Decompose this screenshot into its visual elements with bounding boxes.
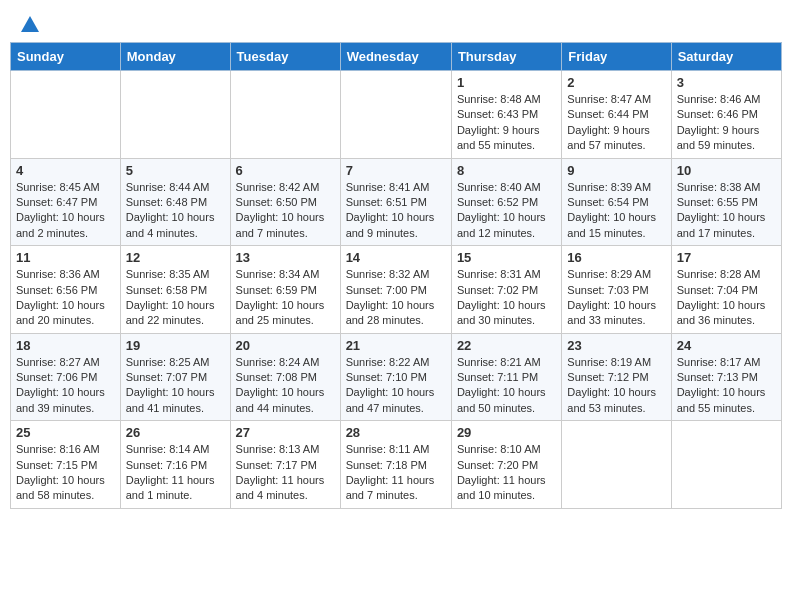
day-number: 6 [236, 163, 335, 178]
calendar-cell: 7Sunrise: 8:41 AM Sunset: 6:51 PM Daylig… [340, 158, 451, 246]
day-number: 16 [567, 250, 665, 265]
day-number: 3 [677, 75, 776, 90]
calendar-cell: 29Sunrise: 8:10 AM Sunset: 7:20 PM Dayli… [451, 421, 561, 509]
day-info: Sunrise: 8:25 AM Sunset: 7:07 PM Dayligh… [126, 355, 225, 417]
calendar-cell [230, 71, 340, 159]
calendar-cell: 19Sunrise: 8:25 AM Sunset: 7:07 PM Dayli… [120, 333, 230, 421]
day-number: 21 [346, 338, 446, 353]
day-header-monday: Monday [120, 43, 230, 71]
calendar-cell: 4Sunrise: 8:45 AM Sunset: 6:47 PM Daylig… [11, 158, 121, 246]
day-number: 19 [126, 338, 225, 353]
calendar-cell: 6Sunrise: 8:42 AM Sunset: 6:50 PM Daylig… [230, 158, 340, 246]
day-number: 5 [126, 163, 225, 178]
calendar-week-4: 18Sunrise: 8:27 AM Sunset: 7:06 PM Dayli… [11, 333, 782, 421]
day-info: Sunrise: 8:39 AM Sunset: 6:54 PM Dayligh… [567, 180, 665, 242]
day-number: 27 [236, 425, 335, 440]
calendar-cell: 22Sunrise: 8:21 AM Sunset: 7:11 PM Dayli… [451, 333, 561, 421]
day-number: 1 [457, 75, 556, 90]
calendar-cell: 8Sunrise: 8:40 AM Sunset: 6:52 PM Daylig… [451, 158, 561, 246]
day-info: Sunrise: 8:46 AM Sunset: 6:46 PM Dayligh… [677, 92, 776, 154]
day-number: 9 [567, 163, 665, 178]
calendar-cell: 26Sunrise: 8:14 AM Sunset: 7:16 PM Dayli… [120, 421, 230, 509]
day-number: 15 [457, 250, 556, 265]
calendar-cell: 17Sunrise: 8:28 AM Sunset: 7:04 PM Dayli… [671, 246, 781, 334]
calendar-cell: 14Sunrise: 8:32 AM Sunset: 7:00 PM Dayli… [340, 246, 451, 334]
day-info: Sunrise: 8:40 AM Sunset: 6:52 PM Dayligh… [457, 180, 556, 242]
calendar-cell [340, 71, 451, 159]
day-info: Sunrise: 8:38 AM Sunset: 6:55 PM Dayligh… [677, 180, 776, 242]
calendar-cell: 21Sunrise: 8:22 AM Sunset: 7:10 PM Dayli… [340, 333, 451, 421]
day-number: 14 [346, 250, 446, 265]
day-number: 7 [346, 163, 446, 178]
svg-marker-0 [21, 16, 39, 32]
day-number: 25 [16, 425, 115, 440]
day-number: 12 [126, 250, 225, 265]
day-number: 13 [236, 250, 335, 265]
day-info: Sunrise: 8:21 AM Sunset: 7:11 PM Dayligh… [457, 355, 556, 417]
day-number: 20 [236, 338, 335, 353]
calendar-cell: 1Sunrise: 8:48 AM Sunset: 6:43 PM Daylig… [451, 71, 561, 159]
day-number: 23 [567, 338, 665, 353]
calendar-cell: 28Sunrise: 8:11 AM Sunset: 7:18 PM Dayli… [340, 421, 451, 509]
calendar-cell: 9Sunrise: 8:39 AM Sunset: 6:54 PM Daylig… [562, 158, 671, 246]
page-header [10, 10, 782, 36]
day-info: Sunrise: 8:45 AM Sunset: 6:47 PM Dayligh… [16, 180, 115, 242]
calendar-week-3: 11Sunrise: 8:36 AM Sunset: 6:56 PM Dayli… [11, 246, 782, 334]
day-info: Sunrise: 8:11 AM Sunset: 7:18 PM Dayligh… [346, 442, 446, 504]
day-number: 10 [677, 163, 776, 178]
calendar-cell: 18Sunrise: 8:27 AM Sunset: 7:06 PM Dayli… [11, 333, 121, 421]
calendar-cell: 3Sunrise: 8:46 AM Sunset: 6:46 PM Daylig… [671, 71, 781, 159]
day-info: Sunrise: 8:48 AM Sunset: 6:43 PM Dayligh… [457, 92, 556, 154]
day-info: Sunrise: 8:34 AM Sunset: 6:59 PM Dayligh… [236, 267, 335, 329]
day-header-tuesday: Tuesday [230, 43, 340, 71]
day-number: 29 [457, 425, 556, 440]
calendar-cell [562, 421, 671, 509]
day-info: Sunrise: 8:31 AM Sunset: 7:02 PM Dayligh… [457, 267, 556, 329]
day-info: Sunrise: 8:13 AM Sunset: 7:17 PM Dayligh… [236, 442, 335, 504]
calendar-week-2: 4Sunrise: 8:45 AM Sunset: 6:47 PM Daylig… [11, 158, 782, 246]
day-header-saturday: Saturday [671, 43, 781, 71]
calendar-cell: 2Sunrise: 8:47 AM Sunset: 6:44 PM Daylig… [562, 71, 671, 159]
day-info: Sunrise: 8:14 AM Sunset: 7:16 PM Dayligh… [126, 442, 225, 504]
day-info: Sunrise: 8:19 AM Sunset: 7:12 PM Dayligh… [567, 355, 665, 417]
day-info: Sunrise: 8:32 AM Sunset: 7:00 PM Dayligh… [346, 267, 446, 329]
day-info: Sunrise: 8:28 AM Sunset: 7:04 PM Dayligh… [677, 267, 776, 329]
day-number: 22 [457, 338, 556, 353]
calendar-cell: 5Sunrise: 8:44 AM Sunset: 6:48 PM Daylig… [120, 158, 230, 246]
calendar-cell [11, 71, 121, 159]
calendar-cell: 13Sunrise: 8:34 AM Sunset: 6:59 PM Dayli… [230, 246, 340, 334]
day-number: 18 [16, 338, 115, 353]
day-info: Sunrise: 8:35 AM Sunset: 6:58 PM Dayligh… [126, 267, 225, 329]
calendar-cell: 24Sunrise: 8:17 AM Sunset: 7:13 PM Dayli… [671, 333, 781, 421]
calendar-table: SundayMondayTuesdayWednesdayThursdayFrid… [10, 42, 782, 509]
day-info: Sunrise: 8:29 AM Sunset: 7:03 PM Dayligh… [567, 267, 665, 329]
day-info: Sunrise: 8:41 AM Sunset: 6:51 PM Dayligh… [346, 180, 446, 242]
day-info: Sunrise: 8:44 AM Sunset: 6:48 PM Dayligh… [126, 180, 225, 242]
day-info: Sunrise: 8:27 AM Sunset: 7:06 PM Dayligh… [16, 355, 115, 417]
logo-icon [19, 14, 41, 36]
calendar-cell: 25Sunrise: 8:16 AM Sunset: 7:15 PM Dayli… [11, 421, 121, 509]
day-number: 28 [346, 425, 446, 440]
calendar-cell: 15Sunrise: 8:31 AM Sunset: 7:02 PM Dayli… [451, 246, 561, 334]
day-number: 8 [457, 163, 556, 178]
day-header-thursday: Thursday [451, 43, 561, 71]
calendar-header-row: SundayMondayTuesdayWednesdayThursdayFrid… [11, 43, 782, 71]
day-number: 17 [677, 250, 776, 265]
day-header-friday: Friday [562, 43, 671, 71]
day-number: 2 [567, 75, 665, 90]
day-header-wednesday: Wednesday [340, 43, 451, 71]
day-info: Sunrise: 8:10 AM Sunset: 7:20 PM Dayligh… [457, 442, 556, 504]
day-info: Sunrise: 8:17 AM Sunset: 7:13 PM Dayligh… [677, 355, 776, 417]
day-header-sunday: Sunday [11, 43, 121, 71]
calendar-cell [120, 71, 230, 159]
calendar-cell [671, 421, 781, 509]
calendar-cell: 12Sunrise: 8:35 AM Sunset: 6:58 PM Dayli… [120, 246, 230, 334]
calendar-cell: 10Sunrise: 8:38 AM Sunset: 6:55 PM Dayli… [671, 158, 781, 246]
day-info: Sunrise: 8:22 AM Sunset: 7:10 PM Dayligh… [346, 355, 446, 417]
day-info: Sunrise: 8:36 AM Sunset: 6:56 PM Dayligh… [16, 267, 115, 329]
calendar-cell: 23Sunrise: 8:19 AM Sunset: 7:12 PM Dayli… [562, 333, 671, 421]
day-info: Sunrise: 8:42 AM Sunset: 6:50 PM Dayligh… [236, 180, 335, 242]
day-info: Sunrise: 8:24 AM Sunset: 7:08 PM Dayligh… [236, 355, 335, 417]
calendar-cell: 16Sunrise: 8:29 AM Sunset: 7:03 PM Dayli… [562, 246, 671, 334]
calendar-cell: 27Sunrise: 8:13 AM Sunset: 7:17 PM Dayli… [230, 421, 340, 509]
